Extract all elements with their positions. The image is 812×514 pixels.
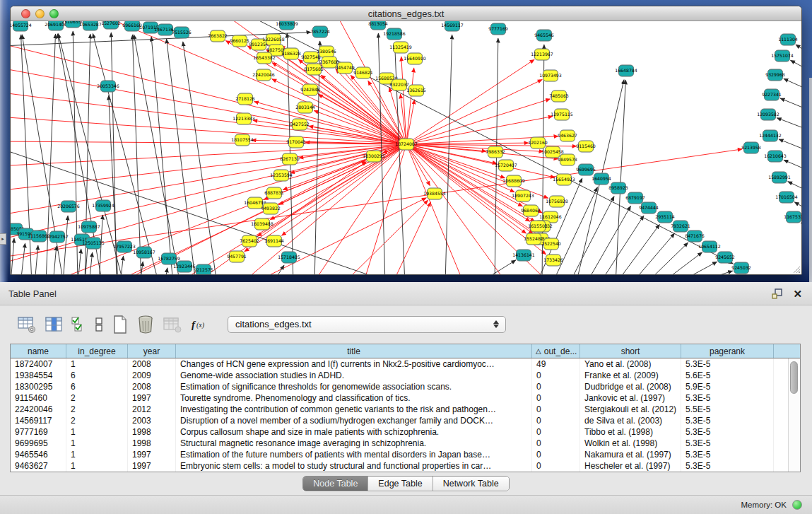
graph-node[interactable]: 12353594: [270, 170, 293, 181]
graph-node[interactable]: 12975115: [551, 109, 573, 120]
network-window-titlebar[interactable]: citations_edges.txt: [11, 6, 801, 21]
graph-node[interactable]: 1733426: [543, 255, 563, 266]
graph-node[interactable]: 9212575: [194, 264, 213, 274]
column-header-year[interactable]: year: [128, 344, 176, 358]
graph-node[interactable]: 9115460: [576, 141, 596, 152]
graph-node[interactable]: 22420046: [252, 69, 275, 81]
table-mode-icon[interactable]: [17, 313, 37, 337]
graph-node[interactable]: 14136141: [512, 250, 535, 261]
graph-node[interactable]: 10654112: [698, 241, 721, 252]
graph-node[interactable]: 1167533: [784, 211, 801, 223]
table-row[interactable]: 946362711997Embryonic stem cells: a mode…: [11, 460, 788, 472]
graph-node[interactable]: 15654923: [553, 174, 575, 185]
table-row[interactable]: 1456911722003Disruption of a novel membe…: [11, 415, 788, 426]
graph-node[interactable]: 7485063: [549, 90, 569, 102]
memory-status-indicator[interactable]: [792, 500, 802, 510]
graph-node[interactable]: 10756928: [546, 196, 568, 207]
table-row[interactable]: 911546021997Tourette syndrome. Phenomeno…: [11, 392, 788, 404]
graph-node[interactable]: 8813054: [368, 21, 388, 30]
graph-node[interactable]: 1691144: [264, 235, 284, 247]
graph-node[interactable]: 16210643: [764, 151, 787, 162]
column-header-pagerank[interactable]: pagerank: [681, 344, 774, 358]
graph-node[interactable]: 18107554: [231, 134, 254, 146]
graph-node[interactable]: 8175685: [304, 64, 324, 75]
graph-node[interactable]: 9170041: [286, 136, 306, 148]
graph-node[interactable]: 17359924: [92, 200, 114, 211]
graph-node[interactable]: 1202160: [528, 137, 548, 148]
select-all-icon[interactable]: [71, 313, 86, 337]
network-view[interactable]: 1405572420691406251065501065328715276026…: [11, 21, 801, 274]
graph-node[interactable]: 9242848: [300, 84, 320, 95]
graph-node[interactable]: 2803144: [295, 102, 315, 113]
graph-node[interactable]: 1527602: [101, 21, 121, 29]
table-row[interactable]: 2242004622012Investigating the contribut…: [11, 404, 788, 415]
table-row[interactable]: 1872400712008Changes of HCN gene express…: [11, 358, 788, 370]
graph-node[interactable]: 7986332: [486, 146, 505, 158]
graph-node[interactable]: 8427552: [290, 119, 310, 130]
show-columns-icon[interactable]: [45, 313, 63, 337]
graph-node[interactable]: 12093582: [757, 109, 779, 120]
graph-node[interactable]: 2522540: [541, 238, 561, 250]
function-builder-icon[interactable]: f (x): [190, 313, 211, 337]
graph-node[interactable]: 10688609: [502, 175, 525, 187]
graph-node[interactable]: 16033809: [276, 21, 298, 30]
column-header-short[interactable]: short: [580, 344, 681, 358]
graph-node[interactable]: 1362615: [406, 85, 426, 96]
clear-selection-icon[interactable]: [94, 313, 104, 337]
graph-node[interactable]: 9684067: [521, 205, 541, 216]
new-column-icon[interactable]: [112, 313, 129, 337]
graph-node[interactable]: 9465546: [534, 30, 554, 41]
import-table-icon[interactable]: [163, 313, 182, 337]
graph-node[interactable]: 7625402: [240, 235, 259, 247]
graph-node[interactable]: 9699695: [576, 164, 596, 175]
graph-node[interactable]: 9227341: [762, 89, 782, 100]
tab-network-table[interactable]: Network Table: [433, 477, 509, 491]
graph-node[interactable]: 11325419: [389, 42, 412, 53]
table-row[interactable]: 977716911998Corpus callosum shape and si…: [11, 426, 788, 438]
graph-node[interactable]: 9329968: [765, 69, 785, 81]
graph-node[interactable]: 8471676: [685, 230, 705, 242]
graph-node[interactable]: 15640910: [404, 53, 426, 64]
graph-node[interactable]: 14055724: [11, 21, 32, 31]
graph-node[interactable]: 14569117: [441, 21, 464, 31]
graph-node[interactable]: 16648784: [615, 65, 637, 76]
column-header-title[interactable]: title: [176, 344, 532, 358]
graph-node[interactable]: 10653287: [79, 21, 102, 30]
graph-node[interactable]: 16782759: [158, 253, 180, 264]
graph-node[interactable]: 17016504: [775, 192, 798, 203]
delete-columns-icon[interactable]: [136, 313, 155, 337]
panel-expand-handle[interactable]: ▸: [0, 233, 6, 245]
graph-node[interactable]: 10958167: [133, 247, 155, 258]
graph-node[interactable]: 12213967: [531, 49, 553, 60]
graph-node[interactable]: 1380546: [317, 46, 336, 57]
table-row[interactable]: 946554611997Estimation of the future num…: [11, 449, 788, 460]
graph-node[interactable]: 1111304: [778, 34, 798, 45]
graph-node[interactable]: 15720407: [495, 160, 517, 171]
close-panel-icon[interactable]: ✕: [793, 288, 802, 300]
graph-node[interactable]: 7515526: [172, 27, 192, 38]
graph-node[interactable]: 9245032: [731, 262, 751, 274]
tab-edge-table[interactable]: Edge Table: [368, 477, 433, 491]
graph-node[interactable]: 7663822: [208, 30, 228, 42]
graph-node[interactable]: 12923446: [173, 261, 196, 272]
graph-node[interactable]: 9146821: [353, 67, 373, 78]
graph-node[interactable]: 4493822: [261, 203, 281, 214]
graph-node[interactable]: 8186328: [281, 48, 301, 59]
graph-node[interactable]: 9777169: [488, 23, 508, 35]
network-graph[interactable]: 1405572420691406251065501065328715276026…: [11, 21, 801, 274]
graph-node[interactable]: 9463627: [558, 130, 577, 141]
table-selector-dropdown[interactable]: citations_edges.txt: [228, 316, 506, 333]
graph-node[interactable]: 9660125: [230, 35, 249, 47]
graph-node[interactable]: 10973493: [539, 70, 562, 81]
graph-node[interactable]: 1640954: [592, 173, 611, 185]
graph-node[interactable]: 2718126: [235, 93, 255, 105]
graph-node[interactable]: 1552480: [524, 233, 543, 245]
table-row[interactable]: 1938455462009Genome-wide association stu…: [11, 370, 788, 381]
graph-node[interactable]: 8267130: [280, 153, 300, 165]
table-row[interactable]: 1830029562008Estimation of significance …: [11, 381, 788, 392]
graph-node[interactable]: 19384554: [423, 188, 446, 199]
table-row[interactable]: 969969511998Structural magnetic resonanc…: [11, 438, 788, 449]
graph-node[interactable]: 10975887: [78, 221, 100, 233]
graph-node[interactable]: 15751074: [771, 50, 794, 62]
close-window-button[interactable]: [21, 9, 30, 18]
